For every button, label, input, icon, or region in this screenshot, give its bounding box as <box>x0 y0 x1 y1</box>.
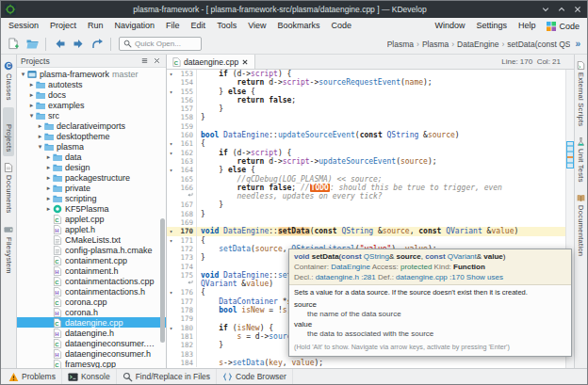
minimize-button[interactable] <box>539 4 551 16</box>
expander-icon[interactable]: ▸ <box>44 205 53 213</box>
expander-icon[interactable]: ▸ <box>27 81 36 88</box>
fold-marker-icon[interactable]: ▾ <box>167 70 175 78</box>
tree-item-kf5plasma[interactable]: ▸KF5Plasma <box>17 203 166 214</box>
expander-icon[interactable]: ▾ <box>27 112 36 120</box>
tooltip-link-qvariant[interactable]: QVariant <box>448 252 477 261</box>
tree-item-dataengineconsumer-cpp[interactable]: Cdataengineconsumer.cpp <box>17 338 166 348</box>
panel-menu-button[interactable] <box>139 56 150 66</box>
panel-close-button[interactable] <box>152 56 162 66</box>
menu-edit[interactable]: Edit <box>186 18 212 34</box>
fold-marker-icon[interactable]: ▾ <box>167 236 175 245</box>
breadcrumb-item-setdata-const-qs[interactable]: setData(const QS <box>507 40 570 49</box>
expander-icon[interactable]: ▾ <box>36 143 44 151</box>
tree-item-docs[interactable]: ▸docs <box>17 89 166 100</box>
quick-open-input[interactable]: Quick Open... <box>119 37 202 51</box>
tree-item-autotests[interactable]: ▸autotests <box>17 79 166 89</box>
tooltip-link-dataengine[interactable]: DataEngine <box>331 263 370 271</box>
expander-icon[interactable]: ▸ <box>36 133 44 140</box>
tab-close-icon[interactable] <box>241 58 249 66</box>
statusbar-konsole-button[interactable]: Konsole <box>62 369 117 384</box>
menu-bookmarks[interactable]: Bookmarks <box>272 18 326 34</box>
toolbar-overflow-chevron[interactable]: » <box>572 39 583 49</box>
tree-item-packagestructure[interactable]: ▸packagestructure <box>17 172 166 183</box>
dock-tab-documents[interactable]: Documents <box>3 158 14 218</box>
expander-icon[interactable]: ▸ <box>44 184 53 192</box>
tree-item-plasma[interactable]: ▾plasma <box>17 141 166 152</box>
code-line-160[interactable]: 160bool DataEngine::updateSourceEvent(co… <box>167 131 574 139</box>
tree-item-data[interactable]: ▸data <box>17 152 166 162</box>
menu-tools[interactable]: Tools <box>211 18 242 34</box>
titlebar[interactable]: plasma-framework - [ plasma-framework-sr… <box>1 1 587 18</box>
expander-icon[interactable]: ▸ <box>27 102 36 109</box>
statusbar-find-replace-in-files-button[interactable]: Find/Replace in Files <box>117 369 217 384</box>
menu-code[interactable]: Code <box>326 18 358 34</box>
fold-marker-icon[interactable]: ▾ <box>167 149 175 157</box>
code-line-158[interactable]: 158} <box>167 113 574 121</box>
tree-item-plasma-framework[interactable]: ▾plasma-frameworkmaster <box>17 69 166 79</box>
menu-file[interactable]: File <box>160 18 186 34</box>
tree-item-containmentactions-h[interactable]: Hcontainmentactions.h <box>17 286 166 297</box>
code-line-171[interactable]: ▾171{ <box>167 236 574 245</box>
menu-project[interactable]: Project <box>44 18 82 34</box>
menu-run[interactable]: Run <box>82 18 109 34</box>
expander-icon[interactable]: ▸ <box>27 91 36 99</box>
tree-item-declarativeimports[interactable]: ▸declarativeimports <box>17 120 166 131</box>
back-button[interactable] <box>51 36 68 53</box>
tree-item-config-plasma-h-cmake[interactable]: config-plasma.h.cmake <box>17 245 166 255</box>
tree-item-applet-cpp[interactable]: Capplet.cpp <box>17 214 166 224</box>
code-line-156[interactable]: 156 return false; <box>167 96 574 104</box>
fold-marker-icon[interactable]: ▾ <box>167 88 175 96</box>
tree-item-desktoptheme[interactable]: ▸desktoptheme <box>17 131 166 141</box>
tooltip-link-dataengine-cpp-170[interactable]: dataengine.cpp :170 <box>396 273 465 281</box>
tree-item-dataengineconsumer-h[interactable]: Hdataengineconsumer.h <box>17 348 166 359</box>
code-line-159[interactable]: 159 <box>167 122 574 131</box>
tree-item-dataengine-cpp[interactable]: Cdataengine.cpp <box>17 317 166 328</box>
code-line-164[interactable]: ▾164 } else { <box>167 166 574 174</box>
tree-item-dataengine-h[interactable]: Hdataengine.h <box>17 328 166 338</box>
tree-item-containmentactions-cpp[interactable]: Ccontainmentactions.cpp <box>17 276 166 286</box>
tree-item-containment-h[interactable]: Hcontainment.h <box>17 265 166 276</box>
dock-tab-classes[interactable]: CClasses <box>3 56 14 105</box>
code-line-162[interactable]: ▾162 if (d->script) { <box>167 149 574 157</box>
code-line-163[interactable]: 163 return d->script->updateSourceEvent(… <box>167 157 574 166</box>
code-line-155[interactable]: ▾155 } else { <box>167 88 574 96</box>
code-line-167[interactable]: 167 } <box>167 201 574 209</box>
menu-session[interactable]: Session <box>3 18 44 34</box>
fold-marker-icon[interactable]: ▾ <box>167 288 175 297</box>
dock-tab-projects[interactable]: Projects <box>3 107 14 157</box>
expander-icon[interactable]: ▸ <box>44 174 53 182</box>
breadcrumb-item-plasma[interactable]: Plasma <box>422 40 449 49</box>
forward-button[interactable] <box>70 36 87 53</box>
tree-item-corona-cpp[interactable]: Ccorona.cpp <box>17 297 166 307</box>
tree-item-examples[interactable]: ▸examples <box>17 100 166 110</box>
fold-marker-icon[interactable]: ▾ <box>167 324 175 332</box>
code-line-168[interactable]: 168} <box>167 210 574 218</box>
menu-view[interactable]: View <box>242 18 271 34</box>
code-line-184[interactable]: 184 s->setData(key, value); <box>167 359 574 367</box>
menu-settings[interactable]: Settings <box>470 18 513 34</box>
maximize-button[interactable] <box>555 4 567 16</box>
expander-icon[interactable]: ▸ <box>44 153 53 161</box>
tree-item-scripting[interactable]: ▸scripting <box>17 193 166 203</box>
dock-tab-documentation[interactable]: Documentation <box>576 189 586 261</box>
expander-icon[interactable]: ▸ <box>36 122 44 130</box>
go-definition-button[interactable] <box>89 36 106 53</box>
breadcrumb-item-plasma[interactable]: Plasma <box>387 40 414 49</box>
tree-item-corona-h[interactable]: Hcorona.h <box>17 307 166 317</box>
menu-window[interactable]: Window <box>429 18 470 34</box>
expander-icon[interactable]: ▸ <box>44 195 53 202</box>
area-switcher-button[interactable]: Code <box>541 22 585 31</box>
tree-item-containment-cpp[interactable]: Ccontainment.cpp <box>17 255 166 265</box>
tree-item-applet-h[interactable]: Happlet.h <box>17 224 166 234</box>
close-button[interactable] <box>571 4 583 16</box>
dock-tab-unit-tests[interactable]: Unit Tests <box>576 133 586 187</box>
code-line-169[interactable]: 169 <box>167 218 574 227</box>
editor-tab-dataengine-cpp[interactable]: C dataengine.cpp <box>167 55 255 69</box>
fold-marker-icon[interactable]: ▾ <box>167 227 175 235</box>
breadcrumb-item-dataengine[interactable]: DataEngine <box>457 40 498 49</box>
expander-icon[interactable]: ▾ <box>19 71 27 78</box>
code-line-161[interactable]: ▾161{ <box>167 139 574 148</box>
tree-item-cmakelists-txt[interactable]: CMakeLists.txt <box>17 234 166 245</box>
statusbar-problems-button[interactable]: Problems <box>3 369 62 384</box>
projects-scrollbar-thumb[interactable] <box>160 218 165 343</box>
